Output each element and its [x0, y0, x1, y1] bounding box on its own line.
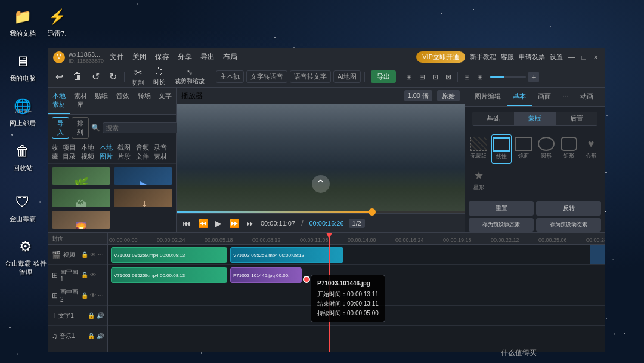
- prev-play-button[interactable]: ▶: [214, 217, 223, 229]
- pip1-lock[interactable]: 🔒: [81, 272, 88, 278]
- video-eye[interactable]: 👁: [90, 251, 96, 258]
- frame-selector[interactable]: 1/2: [349, 219, 365, 228]
- pip1-eye[interactable]: 👁: [90, 272, 96, 278]
- redo1-button[interactable]: ↺: [88, 70, 103, 84]
- pip2-eye[interactable]: 👁: [90, 292, 96, 299]
- minimize-button[interactable]: —: [568, 53, 576, 61]
- music1-vol[interactable]: 🔊: [97, 333, 104, 339]
- shape-mirror[interactable]: 镜面: [514, 134, 534, 164]
- desktop-icon-recycle[interactable]: 🗑 回收站: [5, 140, 41, 173]
- pip1-more[interactable]: ⋯: [98, 272, 104, 278]
- close-button[interactable]: ×: [592, 53, 600, 61]
- shape-star[interactable]: ★ 星形: [469, 166, 489, 194]
- save-anim-button[interactable]: 存为预设动态素: [536, 218, 601, 232]
- rtab-basic[interactable]: 基本: [507, 88, 532, 106]
- video-more[interactable]: ⋯: [98, 251, 104, 258]
- toolbar-btn-1[interactable]: ⊞: [404, 72, 414, 82]
- vip-button[interactable]: VIP立即开通: [416, 51, 465, 63]
- text-speech-button[interactable]: 文字转语音: [246, 70, 287, 83]
- nav-invoice[interactable]: 申请发票: [519, 53, 545, 61]
- rsub-basic[interactable]: 基础: [472, 112, 514, 125]
- tab-text[interactable]: 文字: [154, 88, 176, 114]
- media-item-3[interactable]: 🏔 图片 本地图片: [52, 189, 110, 207]
- preview-original-button[interactable]: 原始: [437, 90, 460, 101]
- nav-local-img[interactable]: 本地图片: [100, 143, 114, 161]
- nav-audio[interactable]: 音频文件: [136, 143, 151, 161]
- tab-stickers[interactable]: 贴纸: [91, 88, 112, 114]
- text1-lock[interactable]: 🔒: [88, 312, 95, 319]
- delete-button[interactable]: 🗑: [69, 70, 86, 84]
- tab-transitions[interactable]: 转场: [134, 88, 155, 114]
- pip2-more[interactable]: ⋯: [98, 292, 104, 299]
- nav-rec[interactable]: 录音素材: [154, 143, 169, 161]
- toolbar-btn-3[interactable]: ⊡: [430, 72, 441, 82]
- toolbar-btn-2[interactable]: ⊟: [417, 72, 428, 82]
- zoom-slider[interactable]: [490, 76, 526, 78]
- shape-none[interactable]: 无蒙版: [469, 134, 489, 164]
- rsub-post[interactable]: 后置: [556, 112, 597, 125]
- redo2-button[interactable]: ↻: [106, 70, 120, 84]
- menu-share[interactable]: 分享: [178, 52, 192, 62]
- toolbar-btn-4[interactable]: ⊠: [443, 72, 454, 82]
- export-toolbar-button[interactable]: 导出: [371, 70, 396, 83]
- preview-scale[interactable]: 1.00 倍: [404, 90, 432, 101]
- pip1-clip-2[interactable]: P71003-101445.jpg 00:00:: [230, 267, 302, 283]
- tab-sfx[interactable]: 音效: [112, 88, 134, 114]
- undo-button[interactable]: ↩: [52, 70, 67, 84]
- rtab-screen[interactable]: 画面: [532, 88, 557, 106]
- shape-heart[interactable]: ♥ 心形: [581, 134, 601, 164]
- rsub-mask[interactable]: 蒙版: [514, 112, 556, 125]
- crop-button[interactable]: ⤡裁剪和缩放: [171, 67, 208, 87]
- speech-text-button[interactable]: 语音转文字: [290, 70, 331, 83]
- music1-lock[interactable]: 🔒: [88, 333, 95, 339]
- menu-export[interactable]: 导出: [200, 52, 215, 62]
- shape-rect[interactable]: 矩形: [559, 134, 579, 164]
- nav-tutorial[interactable]: 新手教程: [470, 53, 496, 61]
- zoom-in-button[interactable]: +: [528, 72, 539, 82]
- import-button[interactable]: 导入: [52, 117, 69, 139]
- main-track-button[interactable]: 主本轨: [216, 70, 244, 83]
- prev-start-button[interactable]: ⏮: [181, 217, 192, 229]
- desktop-icon-mypc[interactable]: 🖥 我的电脑: [5, 51, 41, 83]
- duration-button[interactable]: ⏱时长: [150, 66, 169, 88]
- tab-local-media[interactable]: 本地素材: [48, 88, 70, 114]
- nav-screenshot[interactable]: 截图片段: [117, 143, 132, 161]
- maximize-button[interactable]: □: [580, 53, 588, 61]
- tab-media-lib[interactable]: 素材库: [70, 88, 91, 114]
- toolbar-btn-6[interactable]: ⊞: [475, 72, 485, 82]
- ai-map-button[interactable]: AI地图: [333, 70, 361, 83]
- shape-linear[interactable]: 线性: [491, 134, 512, 164]
- prev-rewind-button[interactable]: ⏪: [197, 217, 209, 229]
- prev-forward-button[interactable]: ⏩: [228, 217, 240, 229]
- shape-circle[interactable]: 圆形: [536, 134, 556, 164]
- prev-end-button[interactable]: ⏭: [245, 217, 256, 229]
- nav-local-video[interactable]: 本地视频: [81, 143, 96, 161]
- preview-expand-icon[interactable]: ⌃: [312, 175, 330, 193]
- menu-file[interactable]: 文件: [110, 52, 124, 62]
- rtab-img-edit[interactable]: 图片编辑: [469, 88, 507, 106]
- video-lock[interactable]: 🔒: [81, 251, 88, 258]
- pip2-lock[interactable]: 🔒: [81, 292, 88, 299]
- media-item-4[interactable]: 🏞 P71003-...504.jpg: [114, 189, 172, 207]
- menu-save[interactable]: 保存: [155, 52, 169, 62]
- desktop-icon-docs[interactable]: 📁 我的文档: [5, 6, 41, 38]
- pip1-clip-1[interactable]: V71003-095259.mp4 00:00:08:13: [111, 267, 227, 283]
- rtab-extra[interactable]: ···: [557, 88, 574, 106]
- save-default-button[interactable]: 存为预设静态素: [469, 218, 534, 232]
- nav-settings[interactable]: 设置: [550, 53, 563, 61]
- nav-favorites[interactable]: 收藏: [52, 143, 59, 161]
- nav-support[interactable]: 客服: [501, 53, 514, 61]
- desktop-icon-jinshan-mgr[interactable]: ⚙ 金山毒霸-软件管理: [5, 236, 47, 277]
- cut-button[interactable]: ✂切割: [128, 66, 147, 88]
- preview-progress-bar[interactable]: [177, 211, 465, 213]
- sort-button[interactable]: 排列: [72, 117, 89, 139]
- rtab-animate[interactable]: 动画: [574, 88, 599, 106]
- media-item-2[interactable]: ▶ 00:08 ✓ V71003-...59.mp4: [114, 167, 172, 185]
- media-item-1[interactable]: 🌿 screens...370.jpg 本地图片: [52, 167, 110, 185]
- media-item-5[interactable]: 🌄 ✓ P71003-...446.jpg: [52, 211, 110, 229]
- toolbar-btn-5[interactable]: ⊟: [462, 72, 472, 82]
- reset-button[interactable]: 重置: [469, 201, 534, 216]
- desktop-icon-thunder[interactable]: ⚡ 迅雷7.: [39, 6, 75, 38]
- invert-button[interactable]: 反转: [536, 201, 601, 216]
- desktop-icon-jinshan[interactable]: 🛡 金山毒霸: [5, 191, 41, 223]
